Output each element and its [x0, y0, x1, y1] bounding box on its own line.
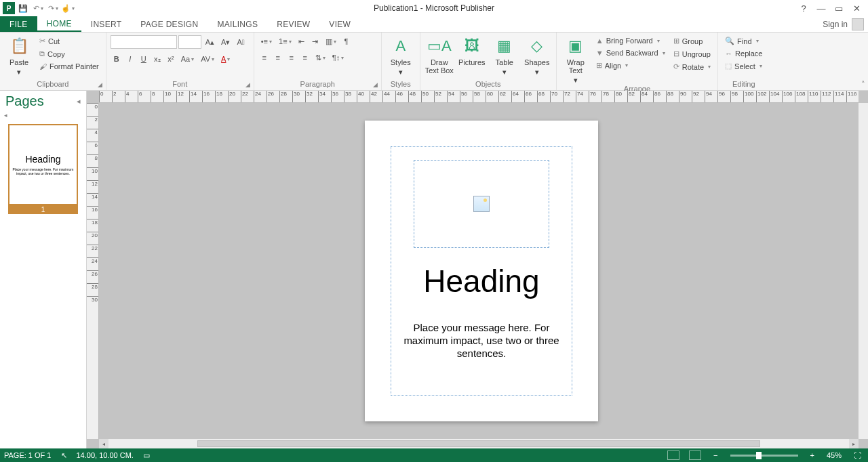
ungroup-button[interactable]: ⊟Ungroup: [671, 48, 713, 60]
change-case-button[interactable]: Aa: [178, 53, 197, 65]
undo-button[interactable]: ↶: [31, 1, 45, 15]
redo-button[interactable]: ↷: [46, 1, 60, 15]
group-styles: A Styles ▾ Styles: [382, 33, 420, 90]
canvas[interactable]: ▸ 02468101214161820222426283032343638404…: [87, 91, 868, 448]
align-right-button[interactable]: ≡: [285, 51, 298, 64]
table-button[interactable]: ▦Table▾: [490, 34, 519, 76]
pilcrow-button[interactable]: ¶: [340, 35, 353, 47]
copy-button[interactable]: ⧉Copy: [37, 48, 102, 60]
find-button[interactable]: 🔍Find: [722, 35, 765, 47]
char-spacing-button[interactable]: AV: [198, 53, 217, 65]
numbering-button[interactable]: 1≡: [276, 35, 294, 47]
zoom-level[interactable]: 45%: [827, 451, 842, 459]
thumb-nav-left-icon[interactable]: ◂: [0, 112, 86, 119]
fit-page-icon[interactable]: ⛶: [851, 451, 864, 459]
ruler-vertical: 024681012141618202224262830: [87, 103, 99, 439]
font-size-input[interactable]: [178, 35, 201, 49]
tab-insert[interactable]: INSERT: [81, 16, 132, 32]
justify-button[interactable]: ≡: [299, 51, 311, 64]
paragraph-launcher-icon[interactable]: ◢: [372, 81, 380, 89]
object-size-icon: ▭: [143, 451, 150, 460]
replace-icon: ↔: [725, 49, 732, 58]
italic-button[interactable]: I: [124, 53, 136, 65]
bold-button[interactable]: B: [111, 53, 123, 65]
tab-file[interactable]: FILE: [0, 16, 37, 32]
tab-review[interactable]: REVIEW: [267, 16, 319, 32]
scroll-track[interactable]: [108, 439, 849, 448]
table-dropdown-icon[interactable]: ▾: [502, 68, 507, 76]
rotate-button[interactable]: ⟳Rotate: [671, 61, 713, 72]
paste-dropdown-icon[interactable]: ▾: [17, 68, 21, 76]
select-button[interactable]: ⬚Select: [722, 60, 765, 72]
app-icon: P: [3, 2, 15, 14]
draw-text-box-button[interactable]: ▭ADraw Text Box: [425, 34, 454, 75]
increase-indent-button[interactable]: ⇥: [309, 35, 321, 47]
zoom-in-button[interactable]: +: [808, 451, 817, 459]
document-body-text[interactable]: Place your message here. For maximum imp…: [392, 321, 571, 360]
decrease-indent-button[interactable]: ⇤: [296, 35, 308, 47]
tab-mailings[interactable]: MAILINGS: [208, 16, 267, 32]
align-button[interactable]: ⊞Align: [593, 60, 668, 71]
font-color-button[interactable]: A: [218, 53, 233, 65]
shapes-dropdown-icon[interactable]: ▾: [535, 68, 539, 76]
picture-placeholder[interactable]: [414, 160, 549, 248]
align-icon: ⊞: [596, 61, 602, 70]
maximize-icon[interactable]: ▭: [833, 2, 845, 14]
tab-home[interactable]: HOME: [37, 16, 81, 32]
sign-in-link[interactable]: Sign in: [818, 16, 868, 32]
zoom-slider[interactable]: [730, 455, 798, 457]
paragraph-spacing-button[interactable]: ¶↕: [330, 51, 347, 64]
clipboard-launcher-icon[interactable]: ◢: [96, 81, 104, 89]
tab-view[interactable]: VIEW: [319, 16, 360, 32]
pages-collapse-icon[interactable]: ◂: [77, 97, 81, 106]
zoom-out-button[interactable]: −: [711, 451, 720, 459]
superscript-button[interactable]: x²: [165, 53, 177, 65]
scrollbar-vertical[interactable]: [859, 103, 868, 439]
touch-mode-button[interactable]: ☝: [61, 1, 75, 15]
view-single-button[interactable]: [667, 450, 679, 460]
columns-button[interactable]: ▥: [323, 35, 339, 47]
line-spacing-button[interactable]: ⇅: [313, 51, 328, 64]
group-button[interactable]: ⊞Group: [671, 35, 713, 47]
font-launcher-icon[interactable]: ◢: [244, 81, 252, 89]
clear-format-button[interactable]: A⃥: [234, 36, 247, 48]
tab-page-design[interactable]: PAGE DESIGN: [131, 16, 208, 32]
font-name-input[interactable]: [111, 35, 177, 49]
styles-dropdown-icon[interactable]: ▾: [399, 68, 403, 76]
close-icon[interactable]: ✕: [850, 2, 863, 14]
shapes-button[interactable]: ◇Shapes▾: [522, 34, 552, 76]
help-icon[interactable]: ?: [797, 2, 810, 14]
send-backward-button[interactable]: ▼Send Backward: [593, 47, 668, 58]
underline-button[interactable]: U: [138, 53, 150, 65]
publication-page[interactable]: Heading Place your message here. For max…: [365, 121, 598, 421]
align-center-button[interactable]: ≡: [272, 51, 284, 64]
align-left-button[interactable]: ≡: [258, 51, 271, 64]
collapse-ribbon-icon[interactable]: ˄: [861, 80, 865, 89]
scroll-thumb[interactable]: [197, 440, 760, 447]
bullets-button[interactable]: •≡: [258, 35, 275, 47]
bring-forward-button[interactable]: ▲Bring Forward: [593, 35, 668, 46]
save-icon[interactable]: 💾: [16, 1, 30, 15]
scroll-left-icon[interactable]: ◂: [99, 439, 108, 448]
minimize-icon[interactable]: —: [815, 2, 827, 14]
page-thumbnail[interactable]: Heading Place your message here. For max…: [0, 119, 86, 219]
cut-button[interactable]: ✂Cut: [37, 35, 102, 47]
grow-font-button[interactable]: A▴: [203, 36, 217, 48]
paste-button[interactable]: 📋 Paste ▾: [4, 34, 34, 76]
wrap-text-button[interactable]: ▣Wrap Text▾: [561, 34, 591, 84]
view-two-page-button[interactable]: [689, 450, 701, 460]
ungroup-icon: ⊟: [673, 49, 679, 58]
wrap-dropdown-icon[interactable]: ▾: [574, 76, 578, 84]
format-painter-button[interactable]: 🖌Format Painter: [37, 61, 102, 72]
scroll-right-icon[interactable]: ▸: [849, 439, 859, 448]
status-page[interactable]: PAGE: 1 OF 1: [4, 451, 52, 459]
scrollbar-horizontal[interactable]: ◂ ▸: [99, 439, 859, 448]
document-heading[interactable]: Heading: [365, 263, 598, 299]
styles-button[interactable]: A Styles ▾: [386, 34, 416, 76]
replace-button[interactable]: ↔Replace: [722, 48, 765, 59]
brush-icon: 🖌: [39, 62, 47, 70]
pictures-button[interactable]: 🖼Pictures: [457, 34, 487, 66]
zoom-knob[interactable]: [756, 452, 762, 459]
shrink-font-button[interactable]: A▾: [218, 36, 233, 48]
subscript-button[interactable]: x₂: [151, 53, 163, 65]
